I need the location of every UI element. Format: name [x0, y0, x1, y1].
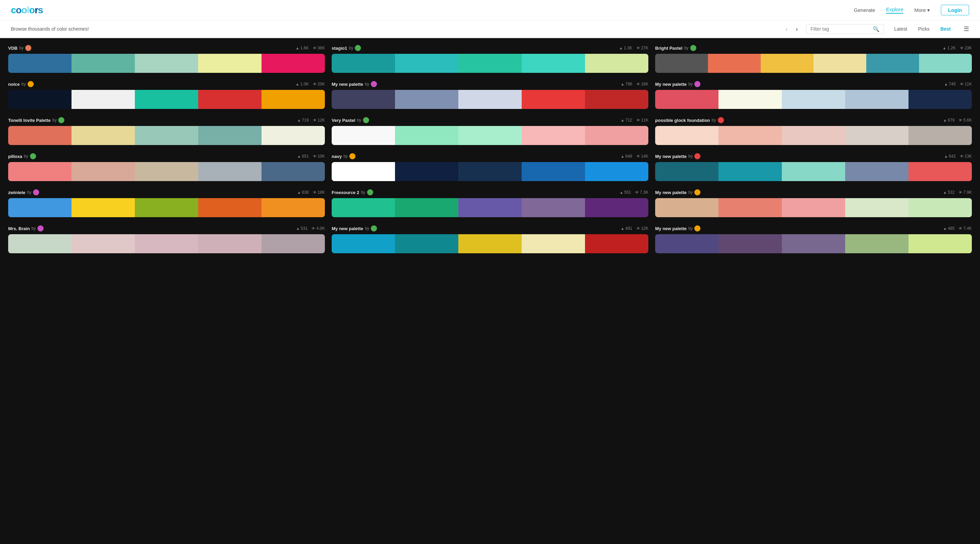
palette-swatches[interactable] [8, 198, 325, 217]
palette-card[interactable]: noice by ▲ 1.0K👁 20K [8, 81, 325, 109]
color-swatch[interactable] [655, 126, 719, 145]
color-swatch[interactable] [458, 126, 522, 145]
color-swatch[interactable] [845, 234, 908, 253]
color-swatch[interactable] [8, 126, 72, 145]
palette-card[interactable]: My new palette by ▲ 745👁 11K [655, 81, 972, 109]
color-swatch[interactable] [395, 162, 458, 181]
palette-swatches[interactable] [655, 198, 972, 217]
palette-swatches[interactable] [8, 126, 325, 145]
color-swatch[interactable] [585, 126, 648, 145]
color-swatch[interactable] [585, 54, 648, 73]
color-swatch[interactable] [458, 90, 522, 109]
color-swatch[interactable] [845, 198, 908, 217]
palette-card[interactable]: My new palette by ▲ 532👁 7.9K [655, 189, 972, 217]
color-swatch[interactable] [585, 90, 648, 109]
color-swatch[interactable] [135, 162, 198, 181]
palette-swatches[interactable] [332, 90, 648, 109]
palette-card[interactable]: Mrs. Brain by ▲ 531👁 4.0K [8, 225, 325, 253]
color-swatch[interactable] [908, 198, 972, 217]
color-swatch[interactable] [845, 126, 908, 145]
color-swatch[interactable] [655, 54, 708, 73]
palette-card[interactable]: navy by ▲ 648👁 14K [332, 153, 648, 181]
color-swatch[interactable] [198, 54, 261, 73]
color-swatch[interactable] [72, 90, 135, 109]
nav-generate[interactable]: Generate [854, 7, 875, 13]
color-swatch[interactable] [8, 198, 72, 217]
color-swatch[interactable] [919, 54, 972, 73]
palette-card[interactable]: Tonelli Invite Palette by ▲ 719👁 12K [8, 117, 325, 145]
color-swatch[interactable] [198, 198, 261, 217]
color-swatch[interactable] [655, 162, 719, 181]
color-swatch[interactable] [72, 54, 135, 73]
color-swatch[interactable] [198, 162, 261, 181]
color-swatch[interactable] [866, 54, 919, 73]
color-swatch[interactable] [908, 162, 972, 181]
color-swatch[interactable] [655, 234, 719, 253]
color-swatch[interactable] [135, 234, 198, 253]
filter-area[interactable]: 🔍 [806, 24, 884, 34]
palette-card[interactable]: My new palette by ▲ 491👁 12K [332, 225, 648, 253]
color-swatch[interactable] [522, 234, 585, 253]
color-swatch[interactable] [655, 198, 719, 217]
prev-arrow[interactable]: ‹ [783, 24, 790, 34]
palette-swatches[interactable] [332, 198, 648, 217]
color-swatch[interactable] [458, 234, 522, 253]
palette-swatches[interactable] [655, 162, 972, 181]
palette-swatches[interactable] [8, 90, 325, 109]
color-swatch[interactable] [585, 198, 648, 217]
color-swatch[interactable] [72, 198, 135, 217]
color-swatch[interactable] [761, 54, 813, 73]
color-swatch[interactable] [135, 198, 198, 217]
color-swatch[interactable] [813, 54, 866, 73]
palette-swatches[interactable] [332, 234, 648, 253]
color-swatch[interactable] [458, 162, 522, 181]
next-arrow[interactable]: › [793, 24, 800, 34]
color-swatch[interactable] [198, 234, 261, 253]
color-swatch[interactable] [72, 126, 135, 145]
palette-swatches[interactable] [8, 54, 325, 73]
color-swatch[interactable] [395, 90, 458, 109]
color-swatch[interactable] [655, 90, 719, 109]
palette-swatches[interactable] [332, 54, 648, 73]
color-swatch[interactable] [908, 234, 972, 253]
color-swatch[interactable] [782, 90, 845, 109]
color-swatch[interactable] [72, 162, 135, 181]
color-swatch[interactable] [522, 162, 585, 181]
color-swatch[interactable] [332, 54, 395, 73]
palette-card[interactable]: My new palette by ▲ 642👁 13K [655, 153, 972, 181]
color-swatch[interactable] [72, 234, 135, 253]
color-swatch[interactable] [585, 234, 648, 253]
color-swatch[interactable] [719, 162, 782, 181]
color-swatch[interactable] [395, 126, 458, 145]
logo[interactable]: coolors [11, 5, 43, 16]
color-swatch[interactable] [332, 126, 395, 145]
menu-icon[interactable]: ☰ [964, 25, 969, 33]
palette-card[interactable]: zwiniete by ▲ 638👁 18K [8, 189, 325, 217]
color-swatch[interactable] [198, 126, 261, 145]
color-swatch[interactable] [261, 162, 325, 181]
color-swatch[interactable] [782, 126, 845, 145]
color-swatch[interactable] [395, 198, 458, 217]
color-swatch[interactable] [8, 90, 72, 109]
color-swatch[interactable] [719, 126, 782, 145]
color-swatch[interactable] [261, 126, 325, 145]
color-swatch[interactable] [522, 126, 585, 145]
color-swatch[interactable] [395, 234, 458, 253]
color-swatch[interactable] [8, 54, 72, 73]
color-swatch[interactable] [198, 90, 261, 109]
palette-swatches[interactable] [8, 234, 325, 253]
palette-card[interactable]: My new palette by ▲ 485👁 7.4K [655, 225, 972, 253]
palette-card[interactable]: Very Pastel by ▲ 712👁 11K [332, 117, 648, 145]
palette-swatches[interactable] [655, 90, 972, 109]
sort-latest[interactable]: Latest [889, 25, 912, 33]
palette-card[interactable]: stagio1 by ▲ 1.3K👁 27K [332, 45, 648, 73]
filter-input[interactable] [810, 26, 870, 32]
color-swatch[interactable] [261, 198, 325, 217]
palette-swatches[interactable] [332, 126, 648, 145]
nav-explore[interactable]: Explore [886, 6, 904, 14]
color-swatch[interactable] [585, 162, 648, 181]
color-swatch[interactable] [261, 90, 325, 109]
color-swatch[interactable] [845, 90, 908, 109]
color-swatch[interactable] [261, 54, 325, 73]
sort-best[interactable]: Best [936, 25, 956, 33]
